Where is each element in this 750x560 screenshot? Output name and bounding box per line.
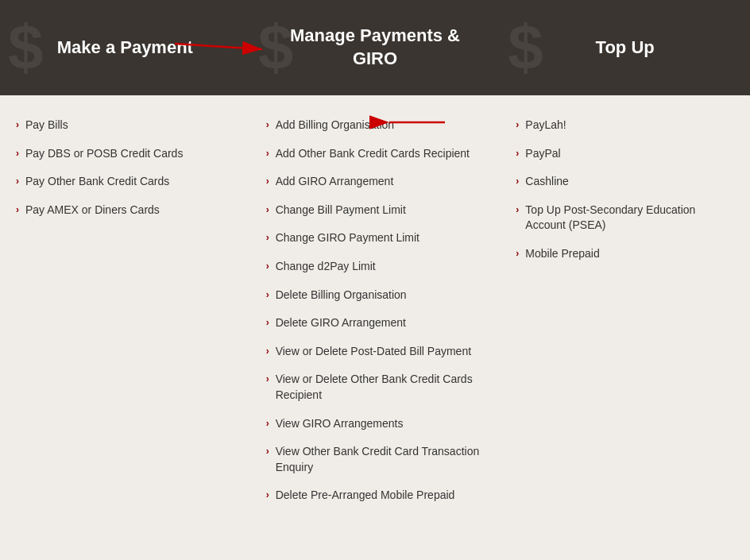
- list-item[interactable]: › Mobile Prepaid: [516, 240, 734, 268]
- item-label: Mobile Prepaid: [525, 246, 599, 262]
- manage-payments-title: Manage Payments & GIRO: [270, 25, 481, 70]
- item-label: Change d2Pay Limit: [276, 259, 376, 275]
- chevron-icon: ›: [266, 118, 269, 132]
- make-payment-header: $ Make a Payment: [0, 0, 250, 95]
- chevron-icon: ›: [516, 247, 519, 261]
- list-item[interactable]: › Change GIRO Payment Limit: [266, 224, 485, 253]
- manage-payments-icon: $: [258, 11, 294, 84]
- top-up-body: › PayLah! › PayPal › Cashline › Top Up P…: [500, 95, 750, 560]
- chevron-icon: ›: [266, 260, 269, 273]
- top-up-icon: $: [508, 11, 543, 84]
- list-item[interactable]: › Change d2Pay Limit: [266, 253, 485, 281]
- column-top-up: $ Top Up › PayLah! › PayPal › Cashline ›: [500, 0, 750, 560]
- main-container: $ Make a Payment › Pay Bills › Pay DBS o…: [0, 0, 750, 560]
- chevron-icon: ›: [16, 175, 19, 188]
- item-label: Add Billing Organisation: [276, 118, 394, 133]
- make-payment-icon: $: [8, 11, 44, 84]
- list-item[interactable]: › PayLah!: [516, 111, 734, 140]
- chevron-icon: ›: [516, 147, 519, 160]
- item-label: Delete GIRO Arrangement: [276, 315, 406, 331]
- chevron-icon: ›: [516, 203, 519, 217]
- item-label: Add GIRO Arrangement: [276, 174, 394, 190]
- list-item[interactable]: › View GIRO Arrangements: [266, 410, 485, 438]
- chevron-icon: ›: [16, 118, 19, 132]
- item-label: View or Delete Other Bank Credit Cards R…: [276, 372, 485, 403]
- chevron-icon: ›: [516, 175, 519, 188]
- item-label: Pay Other Bank Credit Cards: [25, 174, 169, 190]
- list-item[interactable]: › Delete Billing Organisation: [266, 281, 485, 310]
- list-item[interactable]: › Add GIRO Arrangement: [266, 168, 485, 196]
- make-payment-title: Make a Payment: [57, 37, 193, 60]
- list-item[interactable]: › Pay DBS or POSB Credit Cards: [16, 140, 234, 168]
- list-item[interactable]: › Delete GIRO Arrangement: [266, 309, 485, 338]
- item-label: PayLah!: [525, 118, 566, 133]
- list-item[interactable]: › Top Up Post-Secondary Education Accoun…: [516, 196, 734, 240]
- item-label: Change Bill Payment Limit: [276, 203, 406, 218]
- item-label: Change GIRO Payment Limit: [276, 230, 419, 246]
- chevron-icon: ›: [266, 147, 269, 160]
- chevron-icon: ›: [266, 417, 269, 431]
- list-item[interactable]: › View Other Bank Credit Card Transactio…: [266, 438, 485, 481]
- manage-payments-header: $ Manage Payments & GIRO: [250, 0, 501, 95]
- item-label: Add Other Bank Credit Cards Recipient: [276, 146, 470, 162]
- item-label: Top Up Post-Secondary Education Account …: [525, 203, 734, 234]
- chevron-icon: ›: [266, 203, 269, 217]
- chevron-icon: ›: [516, 118, 519, 132]
- chevron-icon: ›: [266, 345, 269, 358]
- list-item[interactable]: › Delete Pre-Arranged Mobile Prepaid: [266, 481, 485, 510]
- chevron-icon: ›: [266, 175, 269, 188]
- item-label: Cashline: [525, 174, 568, 190]
- list-item[interactable]: › Change Bill Payment Limit: [266, 196, 485, 225]
- list-item[interactable]: › Add Billing Organisation: [266, 111, 485, 140]
- list-item[interactable]: › View or Delete Other Bank Credit Cards…: [266, 365, 485, 409]
- list-item[interactable]: › Pay Bills: [16, 111, 234, 140]
- list-item[interactable]: › Cashline: [516, 168, 734, 196]
- chevron-icon: ›: [266, 445, 269, 458]
- list-item[interactable]: › Add Other Bank Credit Cards Recipient: [266, 140, 485, 168]
- top-up-header: $ Top Up: [500, 0, 750, 95]
- chevron-icon: ›: [266, 373, 269, 386]
- column-make-payment: $ Make a Payment › Pay Bills › Pay DBS o…: [0, 0, 250, 560]
- item-label: View Other Bank Credit Card Transaction …: [276, 444, 485, 475]
- top-up-title: Top Up: [596, 37, 655, 60]
- page-wrapper: $ Make a Payment › Pay Bills › Pay DBS o…: [0, 0, 750, 560]
- chevron-icon: ›: [266, 489, 269, 502]
- item-label: Delete Billing Organisation: [276, 288, 407, 303]
- item-label: Pay AMEX or Diners Cards: [25, 203, 160, 218]
- item-label: Delete Pre-Arranged Mobile Prepaid: [276, 488, 455, 504]
- list-item[interactable]: › View or Delete Post-Dated Bill Payment: [266, 338, 485, 366]
- list-item[interactable]: › Pay Other Bank Credit Cards: [16, 168, 234, 196]
- item-label: Pay Bills: [25, 118, 68, 133]
- list-item[interactable]: › PayPal: [516, 140, 734, 168]
- item-label: Pay DBS or POSB Credit Cards: [25, 146, 183, 162]
- item-label: View GIRO Arrangements: [276, 416, 404, 432]
- make-payment-body: › Pay Bills › Pay DBS or POSB Credit Car…: [0, 95, 250, 560]
- item-label: View or Delete Post-Dated Bill Payment: [276, 344, 471, 360]
- list-item[interactable]: › Pay AMEX or Diners Cards: [16, 196, 234, 225]
- item-label: PayPal: [525, 146, 560, 162]
- chevron-icon: ›: [16, 147, 19, 160]
- chevron-icon: ›: [266, 316, 269, 330]
- manage-payments-body: › Add Billing Organisation › Add Other B…: [250, 95, 501, 560]
- chevron-icon: ›: [266, 231, 269, 245]
- column-manage-payments: $ Manage Payments & GIRO › Add Billing O…: [250, 0, 501, 560]
- chevron-icon: ›: [16, 203, 19, 217]
- chevron-icon: ›: [266, 288, 269, 302]
